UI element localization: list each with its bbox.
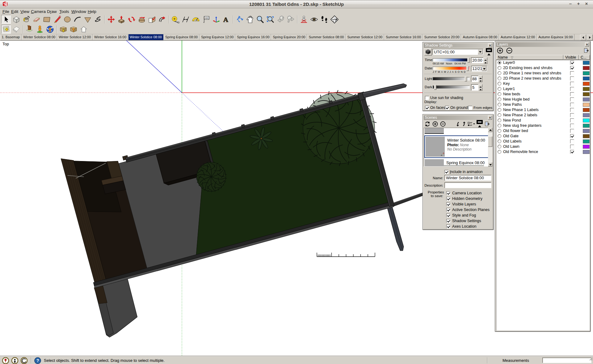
svg-text:Top: Top [2,42,9,46]
svg-text:A: A [223,16,228,23]
svg-text:C: C [334,17,335,19]
svg-text:ABC: ABC [205,17,209,19]
svg-text:A-S: A-S [333,20,336,22]
svg-text:?: ? [36,358,39,363]
